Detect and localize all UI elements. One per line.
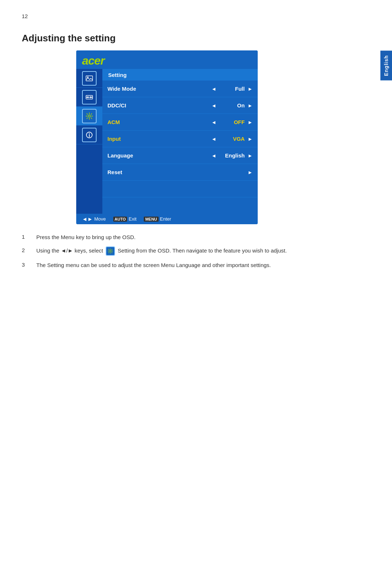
instruction-2-text-after: Setting from the OSD. Then navigate to t… <box>118 247 287 254</box>
english-tab: English <box>380 51 392 81</box>
ddcci-value: On <box>219 102 245 108</box>
instruction-text-1: Press the Menu key to bring up the OSD. <box>36 233 370 241</box>
input-label: Input <box>107 136 211 142</box>
instruction-num-1: 1 <box>22 233 29 241</box>
language-label: Language <box>107 152 211 159</box>
input-arrow-left: ◄ <box>211 136 216 142</box>
osd-footer: ◄► Move AUTO Exit MENU Enter <box>76 214 258 224</box>
main-content: Adjusting the setting acer <box>22 33 370 275</box>
display-icon <box>82 90 97 104</box>
osd-section-title: Setting <box>102 69 258 80</box>
osd-header: acer <box>76 50 258 69</box>
wide-mode-arrow-right: ► <box>248 86 253 92</box>
input-value: VGA <box>219 136 245 142</box>
settings-inline-icon <box>106 246 115 256</box>
footer-enter: MENU Enter <box>144 216 171 222</box>
instruction-text-3: The Setting menu can be used to adjust t… <box>36 261 370 269</box>
osd-row-empty2 <box>102 197 258 214</box>
input-arrow-right: ► <box>248 136 253 142</box>
settings-icon <box>82 109 97 123</box>
osd-icon-picture <box>76 69 102 88</box>
osd-row-input: Input ◄ VGA ► <box>102 130 258 147</box>
page-heading: Adjusting the setting <box>22 33 370 44</box>
osd-row-ddcci: DDC/CI ◄ On ► <box>102 97 258 114</box>
acm-arrow-left: ◄ <box>211 119 216 125</box>
picture-icon <box>82 71 97 86</box>
language-value: English <box>219 152 245 159</box>
acm-label: ACM <box>107 119 211 125</box>
instruction-2-text-before: Using the ◄/► keys, select <box>36 247 103 254</box>
instruction-2: 2 Using the ◄/► keys, select Setting fro… <box>22 246 370 256</box>
svg-rect-0 <box>86 76 93 81</box>
reset-label: Reset <box>107 169 219 175</box>
svg-point-11 <box>89 133 90 134</box>
instruction-text-2: Using the ◄/► keys, select Setting from … <box>36 246 370 256</box>
page-number: 12 <box>22 13 28 19</box>
svg-point-12 <box>110 250 111 252</box>
instructions: 1 Press the Menu key to bring up the OSD… <box>22 233 370 270</box>
osd-row-widemode: Wide Mode ◄ Full ► <box>102 80 258 97</box>
osd-items: Setting Wide Mode ◄ Full ► DDC/CI ◄ On ► <box>102 69 258 214</box>
language-arrow-right: ► <box>248 153 253 159</box>
acm-arrow-right: ► <box>248 119 253 125</box>
move-arrows-icon: ◄► <box>82 216 93 222</box>
auto-key: AUTO <box>113 217 127 222</box>
reset-arrow-right: ► <box>248 169 253 175</box>
osd-icon-settings <box>76 107 102 126</box>
footer-exit-label: Exit <box>128 216 136 222</box>
osd-row-reset: Reset ► <box>102 164 258 180</box>
ddcci-arrow-left: ◄ <box>211 103 216 108</box>
footer-move: ◄► Move <box>82 216 106 222</box>
acm-value: OFF <box>219 119 245 125</box>
osd-row-acm: ACM ◄ OFF ► <box>102 114 258 130</box>
instruction-3: 3 The Setting menu can be used to adjust… <box>22 261 370 269</box>
osd-sidebar <box>76 69 102 214</box>
language-arrow-left: ◄ <box>211 153 216 159</box>
ddcci-label: DDC/CI <box>107 102 211 108</box>
footer-move-label: Move <box>94 216 106 222</box>
info-icon <box>82 128 97 142</box>
svg-point-8 <box>88 115 90 117</box>
osd-icon-empty1 <box>76 144 102 161</box>
osd-menu: acer <box>76 50 258 224</box>
instruction-num-2: 2 <box>22 246 29 256</box>
osd-body: Setting Wide Mode ◄ Full ► DDC/CI ◄ On ► <box>76 69 258 214</box>
instruction-1: 1 Press the Menu key to bring up the OSD… <box>22 233 370 241</box>
osd-icon-info <box>76 126 102 144</box>
instruction-num-3: 3 <box>22 261 29 269</box>
wide-mode-label: Wide Mode <box>107 86 211 92</box>
menu-key: MENU <box>144 217 158 222</box>
osd-row-empty1 <box>102 180 258 197</box>
wide-mode-arrow-left: ◄ <box>211 86 216 92</box>
wide-mode-value: Full <box>219 86 245 92</box>
footer-enter-label: Enter <box>160 216 171 222</box>
osd-icon-empty2 <box>76 161 102 178</box>
osd-icon-display <box>76 88 102 107</box>
osd-row-language: Language ◄ English ► <box>102 147 258 164</box>
footer-exit: AUTO Exit <box>113 216 137 222</box>
ddcci-arrow-right: ► <box>248 103 253 108</box>
acer-logo: acer <box>82 54 105 67</box>
